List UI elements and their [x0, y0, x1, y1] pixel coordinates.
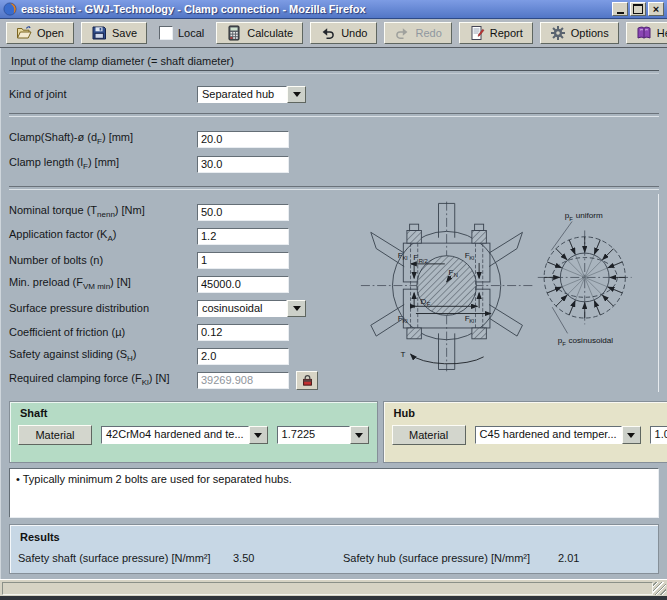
chevron-down-icon — [293, 306, 301, 315]
report-button[interactable]: Report — [459, 22, 533, 44]
calculator-icon — [226, 25, 242, 41]
options-button[interactable]: Options — [540, 22, 619, 44]
safety-sliding-label: Safety against sliding (SH) — [9, 348, 197, 363]
window-controls: × — [612, 2, 664, 16]
gear-icon — [550, 25, 566, 41]
label-text: Safety against sliding (S — [9, 348, 127, 360]
shaft-panel: Shaft Material 42CrMo4 hardened and te..… — [9, 401, 378, 463]
combo-arrow-button[interactable] — [287, 86, 306, 103]
application-factor-input[interactable] — [197, 228, 289, 245]
hub-material-button[interactable]: Material — [392, 425, 466, 445]
save-button[interactable]: Save — [81, 22, 147, 44]
floppy-disk-icon — [91, 25, 107, 41]
torque-label: T — [400, 350, 405, 359]
force-label-sub: Kl — [469, 318, 474, 324]
number-of-bolts-row: Number of bolts (n) — [9, 248, 357, 272]
label-text: Min. preload (F — [9, 276, 83, 288]
shaft-material-select[interactable]: 42CrMo4 hardened and te... — [101, 426, 268, 444]
hub-material-number-value: 1.0503 — [650, 426, 667, 444]
maximize-button[interactable] — [630, 2, 646, 16]
app-window: eassistant - GWJ-Technology - Clamp conn… — [0, 0, 667, 600]
undo-arrow-icon — [320, 25, 336, 41]
parameters-form: Nominal torque (Tnenn) [Nm] Application … — [9, 194, 357, 392]
kind-of-joint-select[interactable]: Separated hub — [197, 86, 306, 103]
nominal-torque-row: Nominal torque (Tnenn) [Nm] — [9, 200, 357, 224]
undo-button[interactable]: Undo — [310, 22, 377, 44]
surface-pressure-select[interactable]: cosinusoidal — [197, 300, 306, 317]
resize-grip[interactable] — [653, 582, 666, 595]
chevron-down-icon — [355, 433, 363, 442]
safety-sliding-row: Safety against sliding (SH) — [9, 344, 357, 368]
kind-of-joint-row: Kind of joint Separated hub — [9, 83, 659, 105]
force-label-sub: Kl — [469, 255, 474, 261]
help-button[interactable]: Help — [626, 22, 667, 44]
material-panels: Shaft Material 42CrMo4 hardened and te..… — [9, 401, 659, 463]
friction-coefficient-input[interactable] — [197, 324, 289, 341]
kind-of-joint-value: Separated hub — [197, 86, 287, 103]
close-button[interactable]: × — [648, 2, 664, 16]
min-preload-input[interactable] — [197, 276, 289, 293]
safety-shaft-label: Safety shaft (surface pressure) [N/mm²] — [18, 552, 233, 564]
label-text: ) [mm] — [88, 156, 119, 168]
maximize-icon — [633, 4, 643, 14]
calculate-button[interactable]: Calculate — [216, 22, 303, 44]
message-text: Typically minimum 2 bolts are used for s… — [23, 473, 292, 485]
nominal-torque-input[interactable] — [197, 204, 289, 221]
number-of-bolts-label: Number of bolts (n) — [9, 254, 197, 266]
results-row: Safety shaft (surface pressure) [N/mm²] … — [18, 552, 658, 564]
pressure-cosinusoidal-label-sub: F — [562, 341, 566, 347]
chevron-down-icon — [627, 433, 635, 442]
force-label: F — [413, 253, 418, 262]
section-title: Input of the clamp diameter (= shaft dia… — [11, 55, 659, 67]
minimize-icon — [617, 12, 624, 14]
shaft-material-row: Material 42CrMo4 hardened and te... 1.72… — [18, 425, 369, 445]
hub-material-number-select[interactable]: 1.0503 — [650, 426, 667, 444]
label-text: Application factor (K — [9, 228, 107, 240]
chevron-down-icon — [293, 92, 301, 101]
min-preload-row: Min. preload (FVM min) [N] — [9, 272, 357, 296]
label-text: Surface pressure distribution — [9, 302, 149, 314]
friction-coefficient-row: Coefficient of friction (µ) — [9, 320, 357, 344]
label-sub: Kl — [142, 379, 149, 388]
save-button-label: Save — [112, 27, 137, 39]
dimension-label: D — [420, 297, 426, 306]
options-button-label: Options — [571, 27, 609, 39]
dimension-label-sub: F — [426, 301, 430, 307]
minimize-button[interactable] — [612, 2, 628, 16]
shaft-material-button[interactable]: Material — [18, 425, 92, 445]
label-sub: VM min — [83, 283, 110, 292]
safety-sliding-input[interactable] — [197, 348, 289, 365]
combo-arrow-button[interactable] — [249, 426, 268, 444]
lock-icon — [301, 374, 314, 387]
clamp-diameter-input[interactable] — [197, 131, 289, 148]
main-content: Input of the clamp diameter (= shaft dia… — [0, 48, 667, 579]
local-checkbox[interactable]: Local — [159, 26, 204, 40]
lock-button[interactable] — [296, 371, 318, 390]
combo-arrow-button[interactable] — [287, 300, 306, 317]
surface-pressure-row: Surface pressure distribution cosinusoid… — [9, 296, 357, 320]
clamp-length-row: Clamp length (lF) [mm] — [9, 154, 659, 174]
combo-arrow-button[interactable] — [622, 426, 641, 444]
checkbox-icon[interactable] — [159, 26, 173, 40]
open-button[interactable]: Open — [6, 22, 74, 44]
application-factor-label: Application factor (KA) — [9, 228, 197, 243]
hub-material-select[interactable]: C45 hardened and temper... — [475, 426, 641, 444]
clamp-diameter-label: Clamp(Shaft)-ø (dF) [mm] — [9, 131, 197, 146]
application-factor-row: Application factor (KA) — [9, 224, 357, 248]
shaft-material-number-select[interactable]: 1.7225 — [277, 426, 369, 444]
combo-arrow-button[interactable] — [350, 426, 369, 444]
hub-panel-title: Hub — [394, 407, 667, 419]
clamp-connection-diagram: F Kl F Kl F Kl F Kl F R/2 F N D F — [359, 198, 657, 374]
label-sub: nenn — [97, 211, 115, 220]
clamp-length-input[interactable] — [197, 156, 289, 173]
window-title: eassistant - GWJ-Technology - Clamp conn… — [21, 3, 612, 15]
chevron-down-icon — [254, 433, 262, 442]
shaft-panel-title: Shaft — [20, 407, 369, 419]
required-clamping-force-input — [197, 372, 289, 389]
label-text: ) [N] — [110, 276, 131, 288]
number-of-bolts-input[interactable] — [197, 252, 289, 269]
label-text: ) — [113, 228, 117, 240]
divider — [9, 186, 659, 190]
redo-button[interactable]: Redo — [384, 22, 451, 44]
bullet-icon: • — [16, 473, 20, 485]
